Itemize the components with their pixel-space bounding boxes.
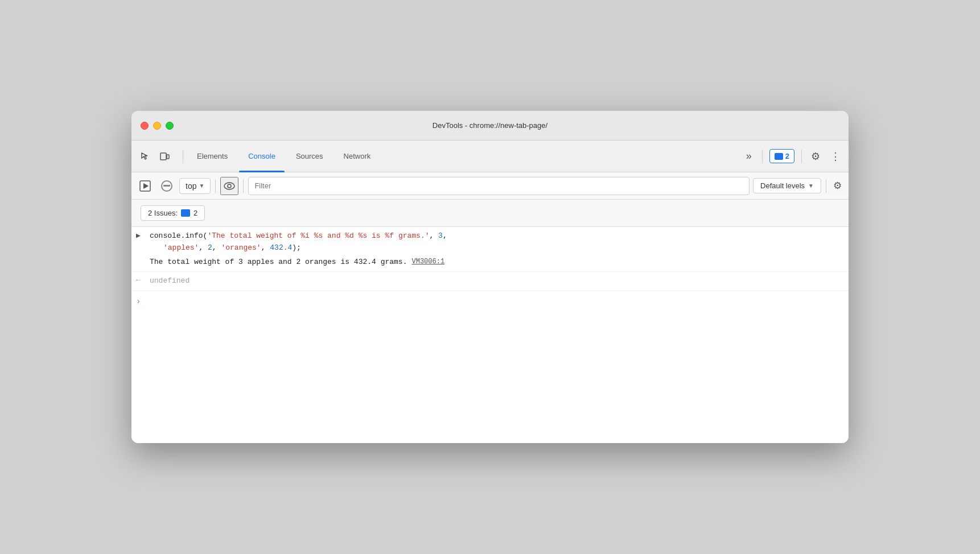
close-button[interactable] xyxy=(141,122,149,130)
tab-sources[interactable]: Sources xyxy=(287,140,332,172)
fullscreen-button[interactable] xyxy=(166,122,174,130)
console-entry-1: ▶ console.info('The total weight of %i %… xyxy=(131,227,849,272)
entry-content-1: console.info('The total weight of %i %s … xyxy=(150,230,844,268)
issues-number: 2 xyxy=(193,209,197,217)
issues-icon-badge xyxy=(181,209,190,217)
window-title: DevTools - chrome://new-tab-page/ xyxy=(433,121,547,130)
issues-badge-button[interactable]: 2 xyxy=(769,149,794,163)
vm-link[interactable]: VM3006:1 xyxy=(411,257,444,267)
inspect-icon-button[interactable] xyxy=(136,147,154,166)
code-line-2: 'apples', 2, 'oranges', 432.4); xyxy=(150,242,844,254)
tab-console-label: Console xyxy=(248,152,275,160)
tabs-bar: Elements Console Sources Network » 2 ⚙ ⋮ xyxy=(131,140,849,172)
issues-label: 2 Issues: xyxy=(148,209,178,217)
settings-gear-icon[interactable]: ⚙ xyxy=(809,148,822,165)
code-comma-3: , xyxy=(199,243,208,252)
context-label: top xyxy=(186,181,196,191)
prompt-arrow-icon: › xyxy=(136,297,141,306)
console-settings-icon[interactable]: ⚙ xyxy=(831,177,844,194)
toolbar-divider-2 xyxy=(243,179,244,193)
run-script-button[interactable] xyxy=(136,177,154,195)
issues-icon xyxy=(775,153,783,160)
code-string-arg1: 'The total weight of %i %s and %d %s is … xyxy=(207,231,429,240)
live-expressions-button[interactable] xyxy=(220,177,238,195)
tab-sources-label: Sources xyxy=(296,152,323,160)
code-string-oranges: 'oranges' xyxy=(221,243,261,252)
svg-point-4 xyxy=(224,183,234,189)
svg-rect-1 xyxy=(167,155,169,159)
return-arrow-icon: ← xyxy=(136,275,150,284)
console-prompt[interactable]: › xyxy=(131,291,849,312)
titlebar: DevTools - chrome://new-tab-page/ xyxy=(131,111,849,140)
code-string-apples: 'apples' xyxy=(163,243,199,252)
code-comma-1: , xyxy=(430,231,439,240)
tab-network-label: Network xyxy=(344,152,371,160)
dropdown-caret-icon: ▼ xyxy=(199,183,204,189)
code-close: ); xyxy=(292,243,301,252)
minimize-button[interactable] xyxy=(153,122,161,130)
console-toolbar: top ▼ Default levels ▼ ⚙ xyxy=(131,172,849,200)
context-dropdown[interactable]: top ▼ xyxy=(179,178,211,194)
code-num-2: 2 xyxy=(208,243,212,252)
clear-console-button[interactable] xyxy=(158,177,176,195)
tab-divider-2 xyxy=(762,150,763,163)
device-mode-icon-button[interactable] xyxy=(155,147,174,166)
tab-console[interactable]: Console xyxy=(239,140,285,172)
undefined-text: undefined xyxy=(150,276,190,285)
issues-count-badge[interactable]: 2 Issues: 2 xyxy=(141,205,205,221)
output-text: The total weight of 3 apples and 2 orang… xyxy=(150,257,407,268)
svg-rect-0 xyxy=(160,153,166,160)
no-entry-icon xyxy=(161,180,172,192)
code-comma-5: , xyxy=(261,243,270,252)
svg-point-5 xyxy=(228,184,231,188)
filter-input[interactable] xyxy=(248,177,750,195)
toolbar-divider-1 xyxy=(215,179,216,193)
code-num-3: 3 xyxy=(438,231,443,240)
issues-bar: 2 Issues: 2 xyxy=(131,200,849,227)
traffic-lights xyxy=(141,122,174,130)
log-levels-button[interactable]: Default levels ▼ xyxy=(753,178,821,193)
log-levels-label: Default levels xyxy=(760,181,805,190)
code-comma-4: , xyxy=(212,243,221,252)
tabs-right-section: » 2 ⚙ ⋮ xyxy=(743,148,844,165)
console-output: ▶ console.info('The total weight of %i %… xyxy=(131,227,849,443)
console-entry-2: ← undefined xyxy=(131,272,849,291)
tab-elements[interactable]: Elements xyxy=(188,140,237,172)
expand-arrow-icon[interactable]: ▶ xyxy=(136,230,150,240)
toolbar-divider-3 xyxy=(826,179,826,193)
code-num-432: 432.4 xyxy=(270,243,292,252)
more-tabs-button[interactable]: » xyxy=(743,148,755,164)
tab-network[interactable]: Network xyxy=(335,140,380,172)
code-prefix: console.info( xyxy=(150,231,207,240)
tab-elements-label: Elements xyxy=(197,152,228,160)
code-line-1: console.info('The total weight of %i %s … xyxy=(150,230,844,242)
issues-count: 2 xyxy=(785,152,789,160)
output-line: The total weight of 3 apples and 2 orang… xyxy=(150,257,844,268)
devtools-window: DevTools - chrome://new-tab-page/ Elemen… xyxy=(131,111,849,443)
svg-marker-3 xyxy=(143,183,149,189)
entry-content-2: undefined xyxy=(150,275,844,287)
tab-divider-1 xyxy=(183,150,183,163)
tab-divider-3 xyxy=(801,150,802,163)
log-levels-caret-icon: ▼ xyxy=(808,183,814,189)
more-options-icon[interactable]: ⋮ xyxy=(827,148,844,165)
code-comma-2: , xyxy=(443,231,447,240)
tab-icon-group xyxy=(136,147,174,166)
